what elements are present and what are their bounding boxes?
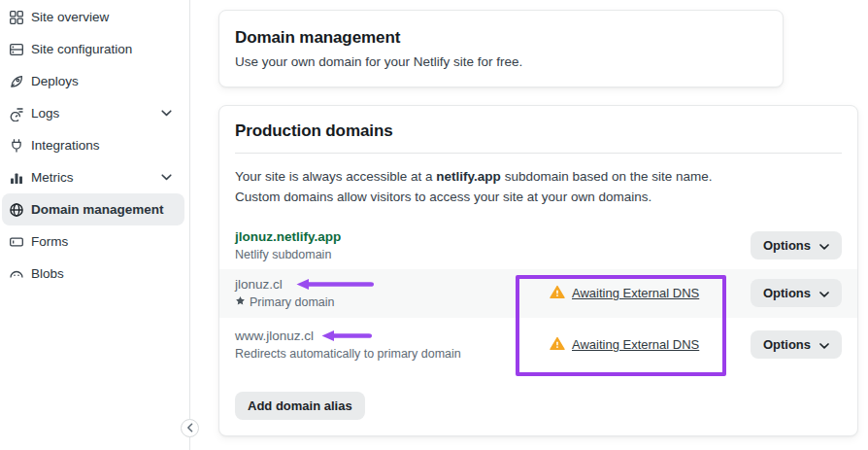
sidebar-item-label: Blobs	[31, 266, 64, 281]
domain-sublabel: Redirects automatically to primary domai…	[235, 347, 526, 362]
sidebar-item-label: Integrations	[31, 138, 100, 153]
star-icon	[235, 295, 246, 310]
domain-management-page: Site overview Site configuration Deploys	[0, 0, 868, 450]
sidebar-item-deploys[interactable]: Deploys	[2, 65, 184, 97]
sidebar-item-label: Site configuration	[31, 42, 132, 56]
sidebar-item-label: Metrics	[31, 170, 74, 185]
chevron-left-icon	[186, 421, 194, 435]
sidebar: Site overview Site configuration Deploys	[0, 0, 190, 450]
add-domain-alias-button[interactable]: Add domain alias	[235, 392, 365, 420]
dns-status: Awaiting External DNS	[526, 336, 699, 354]
server-icon	[9, 42, 24, 57]
annotation-arrow	[321, 329, 372, 342]
sidebar-item-site-overview[interactable]: Site overview	[2, 1, 184, 33]
sidebar-item-label: Site overview	[31, 10, 109, 24]
annotation-arrow	[296, 278, 374, 291]
dns-status-link[interactable]: Awaiting External DNS	[572, 337, 699, 352]
domain-list: jlonuz.netlify.app Netlify subdomain Opt…	[235, 223, 842, 372]
sidebar-item-label: Domain management	[31, 202, 164, 217]
domain-sublabel: Primary domain	[235, 295, 526, 310]
divider	[235, 153, 842, 154]
sidebar-item-logs[interactable]: Logs	[2, 97, 184, 129]
sidebar-item-blobs[interactable]: Blobs	[2, 258, 184, 290]
domain-name: www.jlonuz.cl	[235, 328, 314, 344]
sidebar-item-label: Forms	[31, 234, 68, 249]
options-button-label: Options	[763, 238, 811, 253]
chevron-down-icon	[161, 174, 178, 181]
plug-icon	[9, 138, 24, 154]
options-button[interactable]: Options	[751, 231, 842, 260]
domain-row-primary: jlonuz.cl Primary domain Awaiting Exte	[219, 269, 857, 318]
sidebar-item-integrations[interactable]: Integrations	[2, 129, 184, 161]
domain-management-card: Domain management Use your own domain fo…	[218, 10, 784, 87]
main-content: Domain management Use your own domain fo…	[190, 0, 868, 450]
sidebar-item-forms[interactable]: Forms	[2, 225, 184, 258]
chevron-down-icon	[819, 286, 829, 300]
sidebar-item-metrics[interactable]: Metrics	[2, 161, 184, 193]
form-icon	[9, 234, 24, 250]
production-domains-description: Your site is always accessible at a netl…	[235, 167, 742, 208]
sidebar-item-domain-management[interactable]: Domain management	[2, 193, 184, 225]
bar-chart-icon	[9, 170, 24, 186]
production-domains-title: Production domains	[235, 121, 842, 141]
rocket-icon	[9, 74, 24, 89]
dns-status: Awaiting External DNS	[526, 285, 699, 302]
dns-status-link[interactable]: Awaiting External DNS	[572, 286, 699, 300]
options-button-label: Options	[763, 286, 811, 300]
globe-icon	[9, 202, 24, 218]
domain-link[interactable]: jlonuz.netlify.app	[235, 228, 341, 245]
blob-icon	[9, 266, 24, 282]
sidebar-item-site-configuration[interactable]: Site configuration	[2, 33, 184, 65]
chevron-down-icon	[161, 110, 178, 117]
page-subtitle: Use your own domain for your Netlify sit…	[235, 54, 767, 69]
page-title: Domain management	[235, 28, 767, 48]
domain-row-www: www.jlonuz.cl Redirects automatically to…	[219, 318, 857, 372]
chevron-down-icon	[819, 238, 829, 253]
options-button[interactable]: Options	[751, 330, 842, 359]
sidebar-item-label: Deploys	[31, 74, 79, 88]
warning-icon	[550, 336, 565, 354]
logs-icon	[9, 106, 24, 121]
warning-icon	[550, 285, 565, 302]
options-button[interactable]: Options	[751, 279, 842, 307]
collapse-sidebar-button[interactable]	[181, 419, 199, 437]
domain-name: jlonuz.cl	[235, 276, 283, 293]
grid-icon	[9, 10, 24, 25]
domain-sublabel: Netlify subdomain	[235, 248, 526, 262]
production-domains-card: Production domains Your site is always a…	[218, 105, 858, 436]
domain-row-netlify-subdomain: jlonuz.netlify.app Netlify subdomain Opt…	[219, 223, 857, 269]
sidebar-item-label: Logs	[31, 106, 59, 121]
options-button-label: Options	[763, 337, 811, 352]
chevron-down-icon	[819, 337, 829, 352]
